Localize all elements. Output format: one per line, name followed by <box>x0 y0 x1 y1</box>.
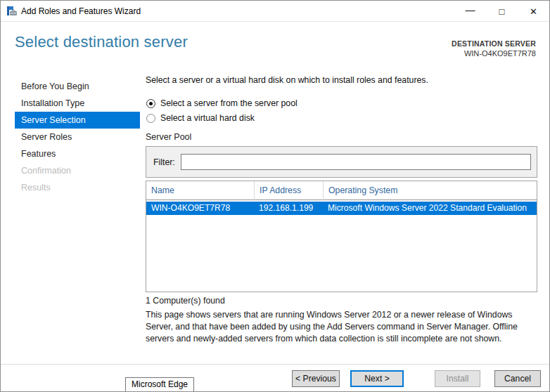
titlebar: Add Roles and Features Wizard — □ ✕ <box>1 1 549 22</box>
table-row[interactable]: WIN-O4KO9ET7R78 192.168.1.199 Microsoft … <box>146 202 537 215</box>
computers-found-count: 1 Computer(s) found <box>146 296 225 306</box>
radio-server-pool-label: Select a server from the server pool <box>160 98 298 108</box>
cancel-button[interactable]: Cancel <box>494 370 541 387</box>
server-pool-title: Server Pool <box>146 132 191 142</box>
wizard-window: Add Roles and Features Wizard — □ ✕ Sele… <box>0 0 550 392</box>
taskbar-tooltip: Microsoft Edge <box>125 377 194 392</box>
radio-unselected-icon <box>146 114 155 123</box>
destination-server-label: DESTINATION SERVER <box>452 39 536 48</box>
radio-select-server-pool[interactable]: Select a server from the server pool <box>146 98 298 108</box>
footer-divider <box>1 364 549 365</box>
minimize-button[interactable]: — <box>454 1 486 22</box>
radio-vhd-label: Select a virtual hard disk <box>160 113 255 123</box>
destination-server-name: WIN-O4KO9ET7R78 <box>452 49 536 58</box>
minimize-icon: — <box>466 4 475 15</box>
cell-ip-address: 192.168.1.199 <box>254 202 323 215</box>
sidebar-item-installation-type[interactable]: Installation Type <box>15 95 140 112</box>
column-header-operating-system[interactable]: Operating System <box>323 181 537 200</box>
destination-server-block: DESTINATION SERVER WIN-O4KO9ET7R78 <box>452 39 536 58</box>
window-title: Add Roles and Features Wizard <box>21 6 141 16</box>
sidebar-item-server-roles[interactable]: Server Roles <box>15 129 140 145</box>
intro-text: Select a server or a virtual hard disk o… <box>146 75 428 85</box>
column-header-name[interactable]: Name <box>146 181 254 200</box>
maximize-button[interactable]: □ <box>486 1 518 22</box>
wizard-app-icon <box>6 6 18 17</box>
filter-panel: Filter: <box>146 146 537 178</box>
column-header-ip-address[interactable]: IP Address <box>254 181 323 200</box>
table-header-row: Name IP Address Operating System <box>146 181 537 200</box>
filter-input[interactable] <box>181 154 531 170</box>
cell-server-name: WIN-O4KO9ET7R78 <box>146 202 254 215</box>
maximize-icon: □ <box>499 6 505 17</box>
radio-selected-icon <box>146 99 155 108</box>
close-button[interactable]: ✕ <box>518 1 549 22</box>
sidebar-item-confirmation: Confirmation <box>15 162 140 179</box>
caption-buttons: — □ ✕ <box>454 1 549 22</box>
wizard-steps-sidebar: Before You Begin Installation Type Serve… <box>15 78 140 196</box>
cell-operating-system: Microsoft Windows Server 2022 Standard E… <box>323 202 537 215</box>
page-title: Select destination server <box>15 33 188 51</box>
sidebar-item-before-you-begin[interactable]: Before You Begin <box>15 78 140 95</box>
radio-select-vhd[interactable]: Select a virtual hard disk <box>146 113 255 123</box>
close-icon: ✕ <box>530 6 537 17</box>
server-pool-table: Name IP Address Operating System WIN-O4K… <box>146 181 537 292</box>
previous-button[interactable]: < Previous <box>292 370 340 387</box>
sidebar-item-server-selection[interactable]: Server Selection <box>15 112 140 129</box>
page-description: This page shows servers that are running… <box>146 309 537 345</box>
sidebar-item-features[interactable]: Features <box>15 145 140 162</box>
sidebar-item-results: Results <box>15 179 140 196</box>
install-button: Install <box>435 370 480 387</box>
filter-label: Filter: <box>153 157 175 167</box>
next-button[interactable]: Next > <box>350 370 404 387</box>
